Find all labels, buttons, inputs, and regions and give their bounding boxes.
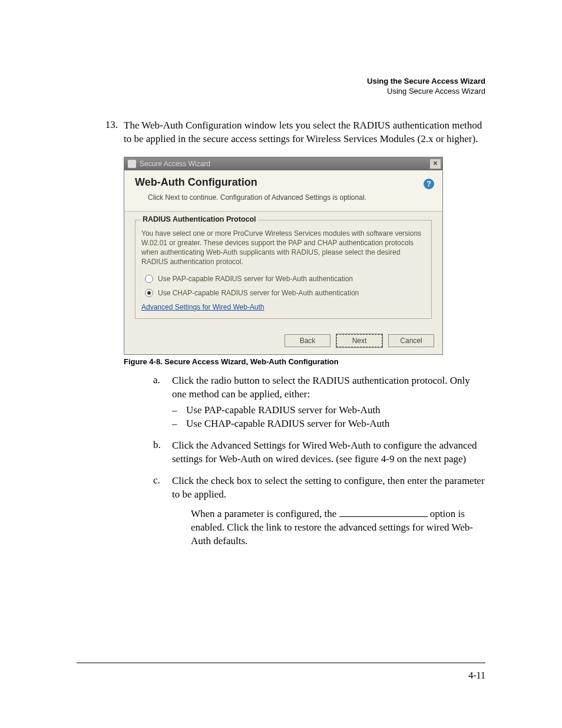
sub-c-text: Click the check box to select the settin… (172, 475, 485, 500)
groupbox-legend: RADIUS Authentication Protocol (140, 215, 259, 223)
sub-b-text: Click the Advanced Settings for Wired We… (172, 439, 485, 466)
sub-c-letter: c. (153, 475, 172, 548)
radio-icon-selected (145, 289, 153, 297)
sub-a-dash-list: Use PAP-capable RADIUS server for Web-Au… (172, 404, 485, 431)
back-button[interactable]: Back (285, 334, 330, 347)
cancel-button[interactable]: Cancel (388, 334, 434, 347)
sub-b-letter: b. (153, 439, 172, 466)
dialog-header-panel: Web-Auth Configuration Click Next to con… (124, 170, 442, 212)
sub-list: a. Click the radio button to select the … (153, 374, 485, 548)
sub-a: a. Click the radio button to select the … (153, 374, 485, 431)
sub-c-extra-before: When a parameter is configured, the (191, 508, 339, 519)
dialog-body: RADIUS Authentication Protocol You have … (124, 212, 442, 330)
dialog-subheading: Click Next to continue. Configuration of… (148, 193, 432, 202)
close-button[interactable]: × (429, 159, 441, 169)
groupbox-description: You have select one or more ProCurve Wir… (141, 229, 425, 267)
running-header-title: Using the Secure Access Wizard (77, 77, 485, 87)
blank-line (339, 516, 428, 517)
next-button[interactable]: Next (336, 334, 382, 347)
step-text: The Web-Auth Configuration window lets y… (124, 119, 485, 146)
step-number: 13. (77, 119, 124, 146)
radio-chap[interactable]: Use CHAP-capable RADIUS server for Web-A… (145, 289, 425, 297)
dialog-screenshot: Secure Access Wizard × Web-Auth Configur… (124, 157, 443, 355)
advanced-settings-link[interactable]: Advanced Settings for Wired Web-Auth (141, 303, 425, 311)
running-header-subtitle: Using Secure Access Wizard (77, 87, 485, 97)
dialog-titlebar: Secure Access Wizard × (124, 157, 442, 170)
sub-b: b. Click the Advanced Settings for Wired… (153, 439, 485, 466)
sub-c: c. Click the check box to select the set… (153, 475, 485, 548)
radius-groupbox: RADIUS Authentication Protocol You have … (135, 220, 432, 319)
dialog-footer: Back Next Cancel (124, 330, 442, 354)
app-logo-icon (128, 160, 136, 168)
sub-c-extra: When a parameter is configured, the opti… (191, 508, 485, 548)
figure-caption: Figure 4-8. Secure Access Wizard, Web-Au… (124, 357, 485, 366)
radio-icon (145, 275, 153, 283)
sub-a-letter: a. (153, 374, 172, 431)
sub-a-text: Click the radio button to select the RAD… (172, 375, 470, 400)
dialog-title: Secure Access Wizard (140, 160, 210, 168)
dash-item: Use PAP-capable RADIUS server for Web-Au… (172, 404, 485, 417)
radio-chap-label: Use CHAP-capable RADIUS server for Web-A… (158, 289, 359, 297)
footer-rule (77, 663, 485, 663)
dialog-heading: Web-Auth Configuration (135, 176, 432, 189)
running-header: Using the Secure Access Wizard Using Sec… (77, 77, 485, 97)
page-number: 4-11 (468, 670, 485, 681)
dash-item: Use CHAP-capable RADIUS server for Web-A… (172, 417, 485, 431)
help-icon[interactable]: ? (424, 179, 434, 189)
step-13: 13. The Web-Auth Configuration window le… (77, 119, 485, 146)
radio-pap-label: Use PAP-capable RADIUS server for Web-Au… (158, 275, 353, 283)
radio-pap[interactable]: Use PAP-capable RADIUS server for Web-Au… (145, 275, 425, 283)
